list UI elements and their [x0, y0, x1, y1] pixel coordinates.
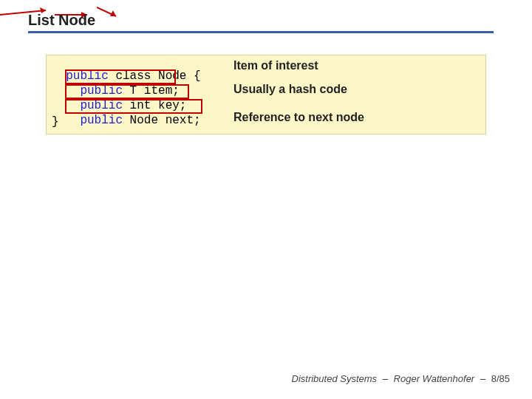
footer-author: Roger Wattenhofer	[394, 373, 475, 384]
footer-separator: –	[477, 373, 488, 384]
title-underline	[28, 31, 494, 33]
highlight-box-1	[65, 69, 176, 84]
page-title: List Node	[28, 12, 95, 29]
annotation-2: Usually a hash code	[233, 83, 347, 96]
code-keyword: public	[80, 114, 123, 127]
code-line-5: }	[52, 115, 59, 129]
footer-course: Distributed Systems	[292, 373, 378, 384]
arrow-icon	[97, 0, 122, 22]
footer-page: 8/85	[491, 373, 510, 384]
footer-separator: –	[380, 373, 391, 384]
highlight-box-3	[65, 99, 202, 114]
footer: Distributed Systems – Roger Wattenhofer …	[292, 373, 510, 384]
annotation-3: Reference to next node	[233, 111, 364, 124]
highlight-box-2	[65, 84, 189, 99]
code-text: Node next;	[123, 114, 201, 127]
annotation-1: Item of interest	[233, 59, 318, 72]
